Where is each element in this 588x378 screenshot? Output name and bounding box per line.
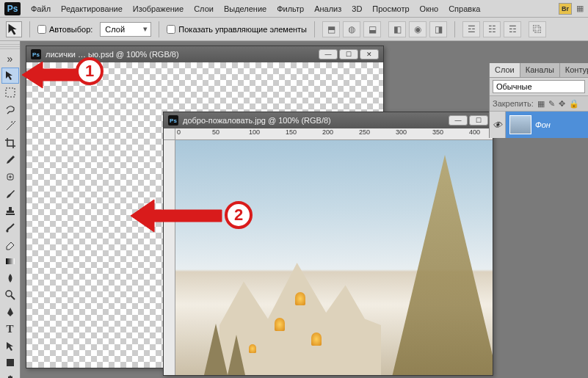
- distribute-icon[interactable]: ☶: [504, 21, 521, 37]
- wand-tool[interactable]: [1, 118, 19, 134]
- arrange-icon[interactable]: ⿻: [529, 21, 546, 37]
- blend-mode-value: Обычные: [496, 82, 532, 91]
- lock-pixels-icon[interactable]: ✎: [548, 99, 555, 109]
- panel-body: Обычные Закрепить: ▦ ✎ ✥ 🔒 👁 Фон: [490, 78, 588, 138]
- doc2-titlebar[interactable]: Ps добро-пожаловать.jpg @ 100% (RGB/8) —…: [164, 112, 493, 128]
- current-tool-icon[interactable]: [6, 21, 22, 37]
- menu-select[interactable]: Выделение: [224, 4, 266, 13]
- path-select-tool[interactable]: [1, 338, 19, 354]
- document-window-2[interactable]: Ps добро-пожаловать.jpg @ 100% (RGB/8) —…: [163, 112, 493, 376]
- show-controls-label: Показать управляющие элементы: [178, 25, 307, 34]
- menu-analysis[interactable]: Анализ: [314, 4, 341, 13]
- menu-edit[interactable]: Редактирование: [61, 4, 123, 13]
- autoselect-target-select[interactable]: Слой: [100, 22, 151, 37]
- ruler-vertical[interactable]: [164, 140, 175, 375]
- menu-bar: Ps Файл Редактирование Изображение Слои …: [0, 0, 588, 18]
- photo-window: [311, 332, 322, 346]
- menu-filter[interactable]: Фильтр: [277, 4, 304, 13]
- dodge-tool[interactable]: [1, 287, 19, 303]
- align-top-icon[interactable]: ⬒: [322, 21, 340, 37]
- eraser-tool[interactable]: [1, 236, 19, 252]
- options-bar: Автовыбор: Слой Показать управляющие эле…: [0, 18, 588, 41]
- layer-row-background[interactable]: 👁 Фон: [490, 112, 588, 138]
- shape-tool[interactable]: [1, 355, 19, 371]
- tab-layers[interactable]: Слои: [490, 63, 520, 77]
- svg-point-4: [6, 291, 12, 297]
- lock-all-icon[interactable]: 🔒: [569, 99, 579, 109]
- divider: [29, 21, 30, 37]
- lasso-tool[interactable]: [1, 101, 19, 117]
- ruler-corner: [164, 128, 175, 140]
- toolbox-grip[interactable]: [0, 44, 20, 50]
- align-left-icon[interactable]: ◧: [388, 21, 406, 37]
- autoselect-input[interactable]: [37, 25, 46, 34]
- show-controls-checkbox[interactable]: Показать управляющие элементы: [167, 25, 307, 34]
- ruler-tick: 300: [396, 128, 407, 136]
- bridge-icon[interactable]: Br: [559, 3, 572, 15]
- distribute-group: ☲ ☷ ☶: [462, 21, 521, 37]
- workspace: » T Ps лисички … ью.psd @ 100% (RGB/8) —…: [0, 41, 588, 378]
- gradient-tool[interactable]: [1, 253, 19, 269]
- layer-thumbnail[interactable]: [509, 115, 531, 134]
- lock-transparent-icon[interactable]: ▦: [537, 99, 545, 109]
- autoselect-checkbox[interactable]: Автовыбор:: [37, 25, 92, 34]
- annotation-badge-2: 2: [225, 201, 253, 229]
- ruler-horizontal[interactable]: 0 50 100 150 200 250 300 350 400: [175, 128, 493, 140]
- type-tool[interactable]: T: [1, 321, 19, 337]
- move-tool[interactable]: [1, 68, 19, 84]
- arrange-group: ⿻: [529, 21, 546, 37]
- divider: [159, 21, 159, 37]
- menu-view[interactable]: Просмотр: [372, 4, 409, 13]
- align-bottom-icon[interactable]: ⬓: [363, 21, 381, 37]
- ruler-tick: 150: [286, 128, 297, 136]
- align-right-icon[interactable]: ◨: [429, 21, 447, 37]
- photo-window: [295, 292, 305, 305]
- menu-3d[interactable]: 3D: [352, 4, 362, 13]
- photo-window: [249, 344, 256, 353]
- crop-tool[interactable]: [1, 135, 19, 151]
- doc2-image[interactable]: [175, 140, 493, 375]
- eyedropper-tool[interactable]: [1, 152, 19, 168]
- align-group-2: ◧ ◉ ◨: [388, 21, 447, 37]
- marquee-tool[interactable]: [1, 84, 19, 101]
- annotation-badge-1: 1: [76, 57, 104, 85]
- menu-help[interactable]: Справка: [449, 4, 480, 13]
- hand-tool[interactable]: [1, 371, 19, 378]
- doc2-canvas[interactable]: 0 50 100 150 200 250 300 350 400: [164, 128, 493, 375]
- tab-paths[interactable]: Контур: [560, 63, 588, 77]
- expand-toolbox-icon[interactable]: »: [1, 51, 19, 67]
- brush-tool[interactable]: [1, 186, 19, 202]
- menu-layers[interactable]: Слои: [194, 4, 214, 13]
- menu-extras-icon[interactable]: ▦: [576, 4, 584, 13]
- minimize-button[interactable]: —: [319, 49, 338, 59]
- menu-window[interactable]: Окно: [420, 4, 439, 13]
- distribute-icon[interactable]: ☲: [462, 21, 480, 37]
- blend-mode-select[interactable]: Обычные: [493, 80, 585, 93]
- history-brush-tool[interactable]: [1, 219, 19, 236]
- menu-file[interactable]: Файл: [31, 4, 51, 13]
- maximize-button[interactable]: ☐: [469, 115, 488, 126]
- menu-image[interactable]: Изображение: [133, 4, 184, 13]
- minimize-button[interactable]: —: [449, 115, 468, 126]
- close-button[interactable]: ✕: [360, 49, 379, 59]
- ruler-tick: 250: [359, 128, 370, 136]
- ruler-tick: 350: [432, 128, 443, 136]
- healing-tool[interactable]: [1, 169, 19, 185]
- tab-channels[interactable]: Каналы: [520, 63, 560, 77]
- lock-row: Закрепить: ▦ ✎ ✥ 🔒: [490, 95, 588, 112]
- stamp-tool[interactable]: [1, 203, 19, 219]
- ruler-tick: 0: [177, 128, 181, 136]
- show-controls-input[interactable]: [167, 25, 175, 34]
- lock-position-icon[interactable]: ✥: [559, 99, 565, 109]
- maximize-button[interactable]: ☐: [339, 49, 358, 59]
- ruler-tick: 100: [249, 128, 260, 136]
- pen-tool[interactable]: [1, 304, 19, 320]
- autoselect-label: Автовыбор:: [49, 25, 92, 34]
- align-vcenter-icon[interactable]: ◍: [343, 21, 360, 37]
- distribute-icon[interactable]: ☷: [483, 21, 501, 37]
- align-hcenter-icon[interactable]: ◉: [409, 21, 427, 37]
- blur-tool[interactable]: [1, 270, 19, 286]
- divider: [314, 21, 315, 37]
- layer-visibility-toggle[interactable]: 👁: [490, 112, 506, 138]
- lock-label: Закрепить:: [493, 99, 534, 108]
